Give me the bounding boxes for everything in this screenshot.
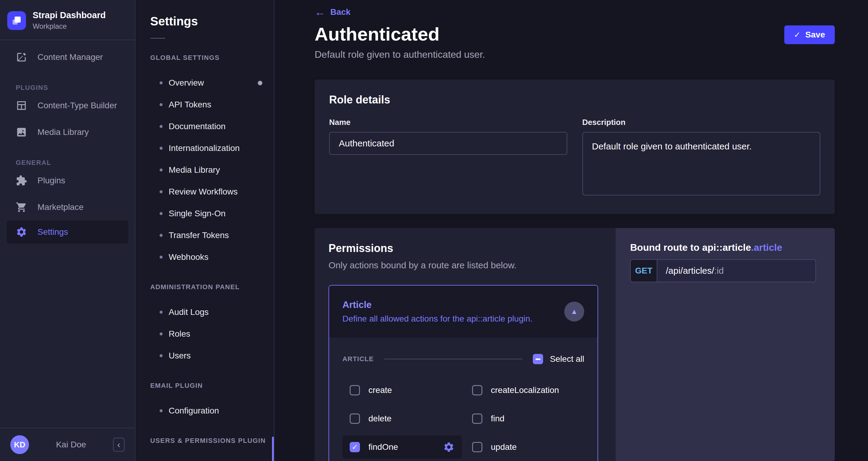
collapse-sidebar-button[interactable]: ‹ xyxy=(113,438,125,452)
workspace-switcher[interactable]: Strapi Dashboard Workplace xyxy=(0,0,135,40)
select-all-checkbox[interactable] xyxy=(533,354,543,364)
settings-section-administration: ADMINISTRATION PANEL xyxy=(150,283,274,291)
page-subtitle: Default role given to authenticated user… xyxy=(315,49,868,60)
route-box: GET /api/articles/:id xyxy=(630,259,816,282)
sidebar-item-label: Settings xyxy=(37,227,68,237)
settings-item-up-roles[interactable]: Roles xyxy=(135,455,274,461)
settings-item-single-sign-on[interactable]: Single Sign-On xyxy=(135,203,274,225)
findone-checkbox[interactable]: ✓ xyxy=(350,442,360,452)
settings-item-webhooks[interactable]: Webhooks xyxy=(135,246,274,268)
settings-item-configuration[interactable]: Configuration xyxy=(135,400,274,422)
settings-item-transfer-tokens[interactable]: Transfer Tokens xyxy=(135,225,274,246)
sidebar-item-marketplace[interactable]: Marketplace xyxy=(0,194,135,221)
sidebar-item-content-type-builder[interactable]: Content-Type Builder xyxy=(0,92,135,119)
gear-icon xyxy=(16,226,27,238)
settings-item-admin-roles[interactable]: Roles xyxy=(135,323,274,345)
sidebar-item-label: Marketplace xyxy=(37,202,84,212)
bullet-icon xyxy=(160,81,163,84)
sidebar-item-media-library[interactable]: Media Library xyxy=(0,119,135,145)
arrow-left-icon: ← xyxy=(315,7,326,18)
role-details-card: Role details Name Description Default ro… xyxy=(315,80,835,214)
main-content: ← Back Authenticated ✓ Save Default role… xyxy=(274,0,868,461)
bullet-icon xyxy=(160,354,163,357)
triangle-up-icon: ▲ xyxy=(570,307,578,316)
find-checkbox[interactable] xyxy=(472,413,483,424)
puzzle-icon xyxy=(16,175,27,186)
bullet-icon xyxy=(160,256,163,259)
accordion-subtitle: Define all allowed actions for the api::… xyxy=(342,314,532,324)
sidebar-item-plugins[interactable]: Plugins xyxy=(0,167,135,194)
overview-notification-dot xyxy=(258,81,262,85)
permission-row-createlocalization: createLocalization xyxy=(465,379,584,402)
settings-item-media-library[interactable]: Media Library xyxy=(135,159,274,181)
settings-section-global: GLOBAL SETTINGS xyxy=(150,54,274,62)
role-description-textarea[interactable]: Default role given to authenticated user… xyxy=(582,132,820,195)
sidebar-item-label: Media Library xyxy=(37,127,89,137)
role-details-title: Role details xyxy=(329,93,820,106)
strapi-app: Strapi Dashboard Workplace Content Manag… xyxy=(0,0,868,461)
check-icon: ✓ xyxy=(794,30,801,40)
create-checkbox[interactable] xyxy=(350,385,360,395)
bullet-icon xyxy=(160,190,163,193)
settings-section-users-permissions: USERS & PERMISSIONS PLUGIN xyxy=(150,437,274,445)
settings-item-internationalization[interactable]: Internationalization xyxy=(135,137,274,159)
pen-square-icon xyxy=(16,51,27,63)
check-icon: ✓ xyxy=(352,443,358,451)
app-title: Strapi Dashboard xyxy=(33,10,106,20)
route-path: /api/articles/:id xyxy=(657,260,815,282)
permissions-title: Permissions xyxy=(329,242,598,255)
http-method-badge: GET xyxy=(631,260,657,282)
permissions-panel: Permissions Only actions bound by a rout… xyxy=(315,228,616,461)
article-accordion: Article Define all allowed actions for t… xyxy=(329,285,598,461)
page-title: Authenticated xyxy=(315,24,439,44)
sidebar-section-plugins: PLUGINS xyxy=(0,84,135,92)
permission-row-create: create xyxy=(342,379,462,402)
sidebar-item-label: Content-Type Builder xyxy=(37,101,117,110)
permission-settings-gear-icon[interactable] xyxy=(443,441,455,453)
createlocalization-checkbox[interactable] xyxy=(472,385,483,395)
bullet-icon xyxy=(160,311,163,314)
bullet-icon xyxy=(160,333,163,336)
description-label: Description xyxy=(582,118,820,127)
avatar[interactable]: KD xyxy=(10,435,29,454)
select-all-label: Select all xyxy=(550,354,584,364)
role-name-input[interactable] xyxy=(329,132,567,155)
settings-item-audit-logs[interactable]: Audit Logs xyxy=(135,301,274,323)
permissions-subtitle: Only actions bound by a route are listed… xyxy=(329,260,598,270)
permission-row-find: find xyxy=(465,407,584,430)
settings-item-review-workflows[interactable]: Review Workflows xyxy=(135,181,274,203)
sidebar-item-content-manager[interactable]: Content Manager xyxy=(0,44,135,70)
permission-row-findone[interactable]: ✓ findOne xyxy=(342,436,462,459)
collapse-accordion-button[interactable]: ▲ xyxy=(564,301,584,321)
bullet-icon xyxy=(160,212,163,215)
workspace-name: Workplace xyxy=(33,22,106,31)
layout-icon xyxy=(16,100,27,111)
bound-route-title: Bound route to api::article.article xyxy=(630,242,816,253)
settings-section-email-plugin: EMAIL PLUGIN xyxy=(150,382,274,390)
settings-item-documentation[interactable]: Documentation xyxy=(135,116,274,137)
bullet-icon xyxy=(160,169,163,172)
permission-row-update: update xyxy=(465,436,584,459)
bound-route-panel: Bound route to api::article.article GET … xyxy=(616,228,835,461)
bullet-icon xyxy=(160,103,163,106)
save-button[interactable]: ✓ Save xyxy=(784,25,835,44)
bullet-icon xyxy=(160,147,163,150)
back-link[interactable]: ← Back xyxy=(315,7,350,18)
name-label: Name xyxy=(329,118,567,127)
settings-item-api-tokens[interactable]: API Tokens xyxy=(135,94,274,116)
settings-item-users[interactable]: Users xyxy=(135,345,274,367)
action-group-label: ARTICLE xyxy=(342,355,374,363)
main-sidebar: Strapi Dashboard Workplace Content Manag… xyxy=(0,0,135,461)
delete-checkbox[interactable] xyxy=(350,413,360,424)
bullet-icon xyxy=(160,234,163,237)
settings-item-overview[interactable]: Overview xyxy=(135,72,274,94)
sidebar-item-settings[interactable]: Settings xyxy=(7,221,128,243)
accordion-title: Article xyxy=(342,299,532,310)
bullet-icon xyxy=(160,125,163,128)
indeterminate-dash-icon xyxy=(535,358,540,360)
article-accordion-header[interactable]: Article Define all allowed actions for t… xyxy=(329,286,597,338)
settings-sidebar: Settings GLOBAL SETTINGS Overview API To… xyxy=(135,0,274,461)
update-checkbox[interactable] xyxy=(472,442,483,452)
settings-nav-title: Settings xyxy=(150,15,274,28)
strapi-logo-icon xyxy=(7,11,26,30)
